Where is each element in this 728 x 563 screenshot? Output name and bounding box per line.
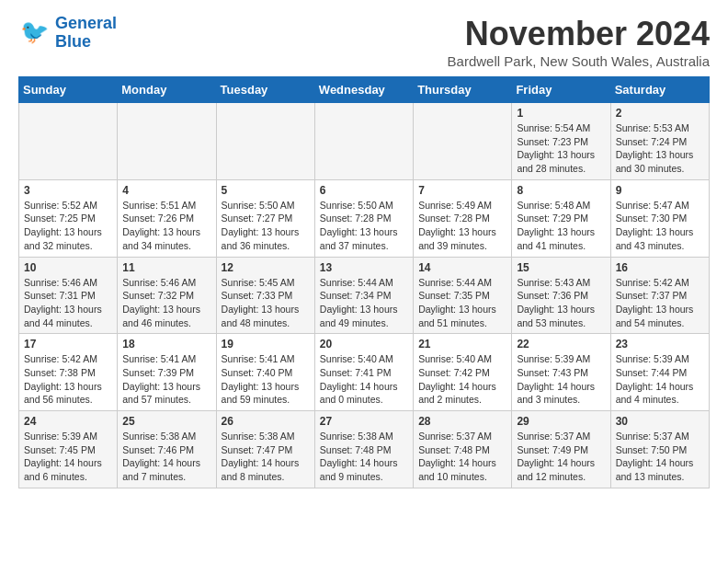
day-info: Sunrise: 5:39 AMSunset: 7:44 PMDaylight:… — [616, 352, 704, 407]
day-info: Sunrise: 5:50 AMSunset: 7:27 PMDaylight:… — [222, 199, 310, 253]
calendar-day: 22Sunrise: 5:39 AMSunset: 7:43 PMDayligh… — [512, 334, 610, 411]
day-info: Sunrise: 5:38 AMSunset: 7:46 PMDaylight:… — [122, 430, 210, 484]
day-info: Sunrise: 5:40 AMSunset: 7:41 PMDaylight:… — [320, 352, 408, 407]
calendar-day: 23Sunrise: 5:39 AMSunset: 7:44 PMDayligh… — [610, 334, 709, 411]
calendar-week-3: 10Sunrise: 5:46 AMSunset: 7:31 PMDayligh… — [19, 257, 710, 334]
day-info: Sunrise: 5:40 AMSunset: 7:42 PMDaylight:… — [418, 352, 506, 407]
calendar-header: SundayMondayTuesdayWednesdayThursdayFrid… — [19, 77, 710, 103]
calendar-day: 5Sunrise: 5:50 AMSunset: 7:27 PMDaylight… — [216, 179, 314, 257]
calendar-day: 17Sunrise: 5:42 AMSunset: 7:38 PMDayligh… — [19, 334, 118, 411]
calendar-day: 7Sunrise: 5:49 AMSunset: 7:28 PMDaylight… — [414, 179, 512, 257]
calendar-day: 1Sunrise: 5:54 AMSunset: 7:23 PMDaylight… — [512, 103, 610, 180]
day-info: Sunrise: 5:39 AMSunset: 7:43 PMDaylight:… — [517, 352, 605, 407]
day-info: Sunrise: 5:37 AMSunset: 7:48 PMDaylight:… — [418, 430, 506, 484]
col-header-thursday: Thursday — [414, 77, 512, 103]
calendar-day — [118, 103, 216, 180]
calendar-day: 24Sunrise: 5:39 AMSunset: 7:45 PMDayligh… — [19, 411, 118, 488]
col-header-friday: Friday — [512, 77, 610, 103]
day-info: Sunrise: 5:39 AMSunset: 7:45 PMDaylight:… — [24, 430, 112, 484]
day-info: Sunrise: 5:46 AMSunset: 7:31 PMDaylight:… — [24, 276, 112, 330]
day-info: Sunrise: 5:44 AMSunset: 7:34 PMDaylight:… — [320, 276, 408, 330]
day-number: 23 — [616, 338, 704, 350]
day-number: 13 — [320, 261, 408, 274]
day-info: Sunrise: 5:52 AMSunset: 7:25 PMDaylight:… — [24, 199, 112, 253]
logo: 🐦 General Blue — [18, 15, 117, 52]
day-number: 26 — [222, 415, 310, 428]
calendar-day: 16Sunrise: 5:42 AMSunset: 7:37 PMDayligh… — [610, 257, 709, 334]
logo-icon: 🐦 — [18, 17, 51, 50]
day-info: Sunrise: 5:49 AMSunset: 7:28 PMDaylight:… — [418, 199, 506, 253]
day-number: 15 — [517, 261, 605, 274]
day-number: 20 — [320, 338, 408, 350]
day-number: 27 — [320, 415, 408, 428]
calendar-week-1: 1Sunrise: 5:54 AMSunset: 7:23 PMDaylight… — [19, 103, 710, 180]
location-subtitle: Bardwell Park, New South Wales, Australi… — [448, 53, 710, 69]
calendar-day — [19, 103, 118, 180]
calendar-day: 25Sunrise: 5:38 AMSunset: 7:46 PMDayligh… — [118, 411, 216, 488]
day-number: 19 — [222, 338, 310, 350]
day-info: Sunrise: 5:54 AMSunset: 7:23 PMDaylight:… — [517, 121, 605, 176]
day-info: Sunrise: 5:48 AMSunset: 7:29 PMDaylight:… — [517, 199, 605, 253]
day-number: 1 — [517, 107, 605, 120]
col-header-saturday: Saturday — [610, 77, 709, 103]
day-number: 17 — [24, 338, 112, 350]
calendar-day: 14Sunrise: 5:44 AMSunset: 7:35 PMDayligh… — [414, 257, 512, 334]
day-number: 14 — [418, 261, 506, 274]
calendar-table: SundayMondayTuesdayWednesdayThursdayFrid… — [18, 76, 710, 488]
calendar-day: 27Sunrise: 5:38 AMSunset: 7:48 PMDayligh… — [314, 411, 413, 488]
month-title: November 2024 — [448, 15, 710, 53]
day-info: Sunrise: 5:50 AMSunset: 7:28 PMDaylight:… — [320, 199, 408, 253]
day-number: 6 — [320, 184, 408, 197]
calendar-day: 11Sunrise: 5:46 AMSunset: 7:32 PMDayligh… — [118, 257, 216, 334]
day-number: 3 — [24, 184, 112, 197]
col-header-wednesday: Wednesday — [314, 77, 413, 103]
calendar-day: 12Sunrise: 5:45 AMSunset: 7:33 PMDayligh… — [216, 257, 314, 334]
calendar-day: 2Sunrise: 5:53 AMSunset: 7:24 PMDaylight… — [610, 103, 709, 180]
calendar-day: 9Sunrise: 5:47 AMSunset: 7:30 PMDaylight… — [610, 179, 709, 257]
col-header-monday: Monday — [118, 77, 216, 103]
day-number: 22 — [517, 338, 605, 350]
calendar-body: 1Sunrise: 5:54 AMSunset: 7:23 PMDaylight… — [19, 103, 710, 488]
day-number: 11 — [122, 261, 210, 274]
day-number: 7 — [418, 184, 506, 197]
day-number: 28 — [418, 415, 506, 428]
calendar-day: 6Sunrise: 5:50 AMSunset: 7:28 PMDaylight… — [314, 179, 413, 257]
calendar-week-2: 3Sunrise: 5:52 AMSunset: 7:25 PMDaylight… — [19, 179, 710, 257]
day-info: Sunrise: 5:44 AMSunset: 7:35 PMDaylight:… — [418, 276, 506, 330]
calendar-day: 21Sunrise: 5:40 AMSunset: 7:42 PMDayligh… — [414, 334, 512, 411]
calendar-day: 28Sunrise: 5:37 AMSunset: 7:48 PMDayligh… — [414, 411, 512, 488]
day-number: 8 — [517, 184, 605, 197]
day-info: Sunrise: 5:47 AMSunset: 7:30 PMDaylight:… — [616, 199, 704, 253]
day-info: Sunrise: 5:42 AMSunset: 7:38 PMDaylight:… — [24, 352, 112, 407]
day-number: 25 — [122, 415, 210, 428]
col-header-sunday: Sunday — [19, 77, 118, 103]
calendar-day: 26Sunrise: 5:38 AMSunset: 7:47 PMDayligh… — [216, 411, 314, 488]
day-info: Sunrise: 5:51 AMSunset: 7:26 PMDaylight:… — [122, 199, 210, 253]
calendar-day: 18Sunrise: 5:41 AMSunset: 7:39 PMDayligh… — [118, 334, 216, 411]
day-info: Sunrise: 5:41 AMSunset: 7:39 PMDaylight:… — [122, 352, 210, 407]
logo-text: General Blue — [55, 15, 117, 52]
calendar-day: 30Sunrise: 5:37 AMSunset: 7:50 PMDayligh… — [610, 411, 709, 488]
title-block: November 2024 Bardwell Park, New South W… — [448, 15, 710, 69]
day-number: 4 — [122, 184, 210, 197]
calendar-week-4: 17Sunrise: 5:42 AMSunset: 7:38 PMDayligh… — [19, 334, 710, 411]
day-info: Sunrise: 5:41 AMSunset: 7:40 PMDaylight:… — [222, 352, 310, 407]
day-number: 16 — [616, 261, 704, 274]
calendar-day: 20Sunrise: 5:40 AMSunset: 7:41 PMDayligh… — [314, 334, 413, 411]
calendar-day: 19Sunrise: 5:41 AMSunset: 7:40 PMDayligh… — [216, 334, 314, 411]
day-number: 12 — [222, 261, 310, 274]
calendar-day — [314, 103, 413, 180]
day-info: Sunrise: 5:43 AMSunset: 7:36 PMDaylight:… — [517, 276, 605, 330]
page-header: 🐦 General Blue November 2024 Bardwell Pa… — [18, 15, 710, 69]
calendar-day: 29Sunrise: 5:37 AMSunset: 7:49 PMDayligh… — [512, 411, 610, 488]
day-number: 2 — [616, 107, 704, 120]
calendar-day: 8Sunrise: 5:48 AMSunset: 7:29 PMDaylight… — [512, 179, 610, 257]
calendar-day — [414, 103, 512, 180]
calendar-day: 4Sunrise: 5:51 AMSunset: 7:26 PMDaylight… — [118, 179, 216, 257]
day-info: Sunrise: 5:37 AMSunset: 7:50 PMDaylight:… — [616, 430, 704, 484]
calendar-day: 3Sunrise: 5:52 AMSunset: 7:25 PMDaylight… — [19, 179, 118, 257]
day-number: 9 — [616, 184, 704, 197]
day-info: Sunrise: 5:53 AMSunset: 7:24 PMDaylight:… — [616, 121, 704, 176]
day-info: Sunrise: 5:46 AMSunset: 7:32 PMDaylight:… — [122, 276, 210, 330]
day-number: 18 — [122, 338, 210, 350]
